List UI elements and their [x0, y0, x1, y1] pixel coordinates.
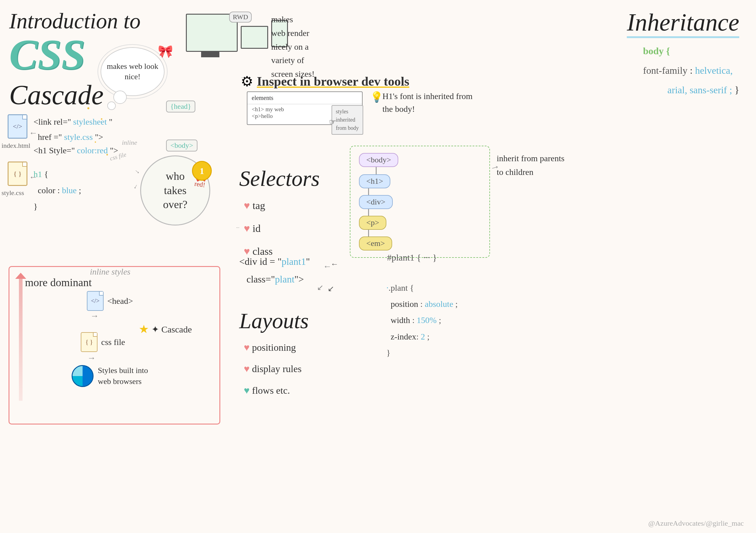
- div-id-code-block: <div id = "plant1" class="plant">: [239, 253, 310, 288]
- monitor-small: [241, 26, 268, 49]
- code-brace-close: }: [735, 84, 739, 95]
- arrow-to-id: ←: [323, 261, 332, 271]
- inheritance-title: Inheritance: [627, 9, 739, 38]
- cloud-bow: 🎀: [158, 44, 173, 59]
- code-font-family-prop: font-family: [643, 65, 688, 76]
- deco-dot-1: ···: [241, 76, 245, 80]
- inheritance-tree-box: <body> <h1> <div> <p> <em>: [350, 146, 490, 258]
- inline-arrow: →: [132, 166, 143, 177]
- lightbulb-icon: 💡: [370, 91, 383, 103]
- plant1-id-code: #plant1 { ··· }: [387, 252, 437, 263]
- dom-browser-label: Styles built into web browsers: [98, 365, 148, 387]
- cascade-star-label: ✦ Cascade: [151, 324, 192, 334]
- stylesheet-value: stylesheet: [73, 117, 107, 126]
- tree-div-node: <div>: [359, 195, 393, 209]
- plant1-arrow: ←: [331, 260, 338, 269]
- dominance-arrow-group: [15, 273, 26, 401]
- code-font-value: helvetica,: [695, 65, 733, 76]
- dom-head-corner: [99, 292, 103, 296]
- deco-dot-3: ●: [106, 152, 108, 157]
- absolute-val: absolute: [425, 299, 453, 309]
- dom-css-corner: [93, 333, 97, 337]
- width-val: 150%: [417, 315, 437, 325]
- cascade-arrow-1: ←: [29, 128, 38, 138]
- layout-flows: ♥ flows etc.: [244, 380, 302, 401]
- html-file-label: index.html: [2, 142, 31, 150]
- footer-credit: @AzureAdvocates/@girlie_mac: [648, 519, 744, 527]
- position-prop: position: [391, 299, 418, 309]
- body-bubble: <body>: [166, 140, 198, 151]
- tree-vline-3: [368, 209, 369, 216]
- dom-arrow-1: ↑: [90, 314, 100, 318]
- monitor-stand: [201, 52, 219, 57]
- selector-tag: ♥ tag: [244, 195, 273, 217]
- h1-inline-code: <h1 Style=" color:red ">: [34, 146, 118, 155]
- tree-em-node: <em>: [359, 236, 392, 251]
- edge-browser-icon: [71, 365, 94, 387]
- layout-positioning: ♥ positioning: [244, 337, 302, 358]
- dom-browser-group: Styles built into web browsers: [71, 365, 148, 387]
- star-icon: ★: [139, 322, 149, 336]
- inherit-note: inherit from parents to children: [497, 152, 567, 179]
- blue-value: blue: [62, 186, 76, 195]
- makes-web-nice-bubble: makes web look nice!: [100, 47, 165, 96]
- width-prop: width: [391, 315, 410, 325]
- arrow-head: [15, 273, 26, 279]
- deco-dot-4: ●: [94, 140, 96, 144]
- who-takes-over-text: who takes over?: [163, 169, 187, 212]
- link-keyword: <link rel=": [34, 117, 73, 126]
- tree-vline-1: [376, 167, 377, 174]
- tree-row-h1-div: <h1> <div> <p> <em>: [359, 174, 393, 251]
- h1-font-note: H1's font is inherited from the body!: [382, 90, 477, 116]
- intro-to-text: Introduction to: [9, 9, 141, 33]
- code-colon: :: [688, 65, 695, 76]
- more-dominant-label: more dominant: [25, 274, 92, 291]
- tree-col-left: <h1> <div> <p> <em>: [359, 174, 393, 251]
- tree-h1-node: <h1>: [359, 174, 390, 188]
- link-code-block: <link rel=" stylesheet " href =" style.c…: [34, 114, 112, 145]
- cascade-title: Cascade: [9, 79, 104, 111]
- rwd-label: RWD: [229, 12, 252, 22]
- inheritance-title-container: Inheritance: [627, 9, 739, 38]
- tree-body-node: <body>: [359, 153, 398, 167]
- dom-arrow-2: ↑: [87, 356, 97, 360]
- dom-head-icon: </>: [87, 291, 104, 311]
- cursor-icon: ☞: [329, 117, 336, 127]
- code-body-selector: body {: [643, 45, 670, 56]
- tree-vline-2: [368, 188, 369, 195]
- cascade-arrow-2: ←: [29, 172, 38, 182]
- link-quote: ": [107, 117, 112, 126]
- medal-badge: 1: [192, 161, 212, 181]
- dot-plant: ·: [386, 283, 389, 293]
- selectors-list: ♥ tag ♥ id ♥ class: [244, 195, 273, 263]
- inheritance-code-block: body { font-family : helvetica, arial, s…: [643, 41, 739, 100]
- head-bubble: {head}: [166, 100, 195, 113]
- plant-class-arrow: ↙: [328, 284, 334, 293]
- arrow-body: [19, 279, 22, 401]
- styles-inherited-box: styles inherited from body: [332, 105, 363, 135]
- zindex-val: 2: [421, 332, 425, 341]
- zindex-prop: z-index: [391, 332, 416, 341]
- dom-css-label: css file: [101, 337, 125, 347]
- color-prop: color: [38, 186, 55, 195]
- plant-selector: .plant {: [389, 283, 414, 293]
- h1-css-block: h1 { color : blue ; }: [34, 166, 81, 215]
- dom-css-icon: { }: [81, 332, 97, 352]
- dom-css-file-group: { } css file: [81, 332, 125, 352]
- layouts-title: Layouts: [239, 308, 309, 334]
- selectors-title: Selectors: [239, 166, 320, 191]
- dom-head-label: <head>: [107, 296, 133, 306]
- inspect-title: Inspect in browser dev tools: [257, 74, 409, 89]
- layout-display: ♥ display rules: [244, 358, 302, 379]
- css-file-label: style.css: [2, 189, 24, 197]
- href-attr: href =": [34, 132, 64, 142]
- tree-p-node: <p>: [359, 216, 386, 230]
- layouts-list: ♥ positioning ♥ display rules ♥ flows et…: [244, 337, 302, 401]
- inline-label: inline: [122, 139, 137, 147]
- renders-text: makes web render nicely on a variety of …: [271, 13, 314, 81]
- deco-dot-2: ···: [236, 226, 239, 230]
- dom-head-file-group: </> <head>: [87, 291, 133, 311]
- selector-id: ♥ id: [244, 217, 273, 240]
- html-file-icon: </>: [8, 114, 27, 139]
- inline-styles-label: inline styles: [90, 267, 130, 277]
